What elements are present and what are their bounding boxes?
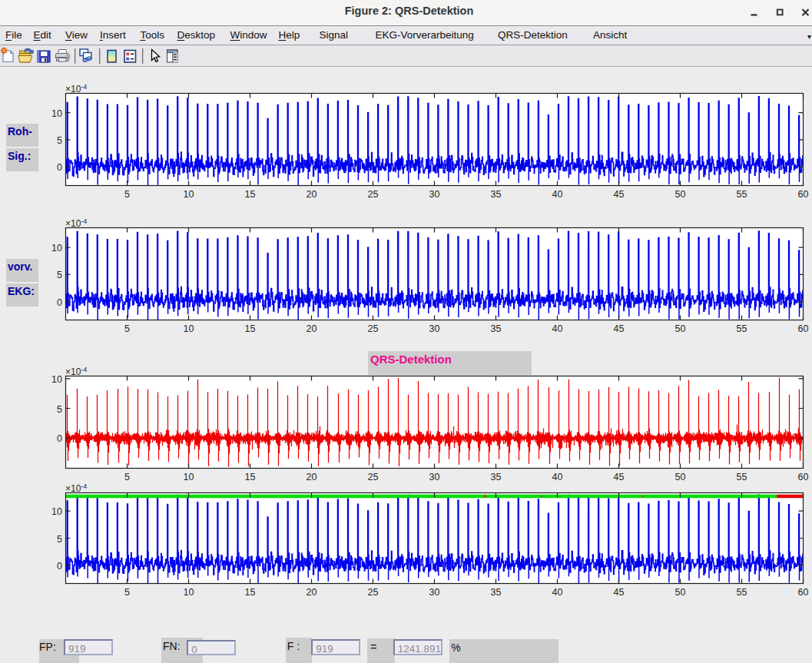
svg-text:30: 30 — [429, 189, 440, 200]
svg-text:55: 55 — [737, 189, 747, 200]
svg-text:5: 5 — [124, 587, 130, 598]
svg-text:0: 0 — [57, 162, 62, 173]
svg-text:15: 15 — [245, 189, 256, 200]
svg-text:45: 45 — [614, 587, 625, 598]
svg-text:10: 10 — [51, 506, 62, 517]
svg-text:45: 45 — [614, 189, 625, 200]
svg-text:5: 5 — [57, 135, 62, 146]
svg-text:5: 5 — [124, 189, 130, 200]
svg-text:15: 15 — [245, 587, 256, 598]
svg-text:5: 5 — [124, 323, 130, 334]
svg-text:×10-4: ×10-4 — [65, 217, 87, 230]
svg-text:10: 10 — [184, 587, 194, 598]
svg-text:15: 15 — [245, 323, 256, 334]
svg-text:15: 15 — [245, 472, 256, 482]
svg-text:50: 50 — [675, 189, 686, 200]
svg-text:10: 10 — [184, 189, 194, 200]
svg-text:30: 30 — [429, 587, 440, 598]
svg-text:5: 5 — [57, 534, 62, 545]
svg-text:45: 45 — [614, 472, 625, 482]
svg-text:40: 40 — [552, 472, 563, 482]
svg-text:10: 10 — [51, 108, 62, 119]
svg-text:5: 5 — [57, 404, 62, 415]
svg-text:5: 5 — [124, 472, 130, 482]
svg-text:10: 10 — [51, 374, 62, 385]
svg-text:35: 35 — [491, 587, 502, 598]
svg-text:30: 30 — [429, 472, 440, 482]
svg-text:25: 25 — [368, 189, 379, 200]
svg-text:55: 55 — [737, 472, 747, 482]
svg-text:60: 60 — [798, 472, 809, 482]
svg-text:55: 55 — [737, 587, 747, 598]
svg-text:10: 10 — [184, 472, 194, 482]
svg-text:50: 50 — [675, 323, 686, 334]
svg-text:40: 40 — [552, 587, 563, 598]
svg-text:30: 30 — [429, 323, 440, 334]
svg-text:20: 20 — [307, 189, 317, 200]
svg-text:×10-4: ×10-4 — [65, 366, 87, 378]
svg-text:40: 40 — [552, 323, 563, 334]
svg-text:35: 35 — [491, 472, 502, 482]
svg-text:60: 60 — [798, 189, 809, 200]
svg-text:35: 35 — [491, 189, 502, 200]
svg-text:25: 25 — [368, 587, 379, 598]
svg-text:50: 50 — [675, 587, 686, 598]
svg-text:55: 55 — [737, 323, 747, 334]
svg-text:45: 45 — [614, 323, 625, 334]
svg-text:5: 5 — [57, 270, 62, 280]
svg-text:20: 20 — [307, 587, 317, 598]
svg-text:20: 20 — [307, 323, 317, 334]
svg-text:10: 10 — [184, 323, 194, 334]
svg-text:20: 20 — [307, 472, 317, 482]
svg-text:50: 50 — [675, 472, 686, 482]
svg-text:25: 25 — [368, 472, 379, 482]
svg-text:×10-4: ×10-4 — [65, 83, 87, 95]
svg-text:40: 40 — [552, 189, 563, 200]
svg-text:0: 0 — [57, 561, 62, 572]
svg-text:×10-4: ×10-4 — [65, 482, 87, 495]
svg-text:60: 60 — [798, 323, 809, 334]
svg-text:25: 25 — [368, 323, 379, 334]
svg-text:60: 60 — [798, 587, 809, 598]
svg-text:35: 35 — [491, 323, 502, 334]
svg-text:10: 10 — [51, 243, 62, 254]
svg-text:0: 0 — [57, 297, 62, 308]
svg-text:0: 0 — [57, 433, 62, 444]
